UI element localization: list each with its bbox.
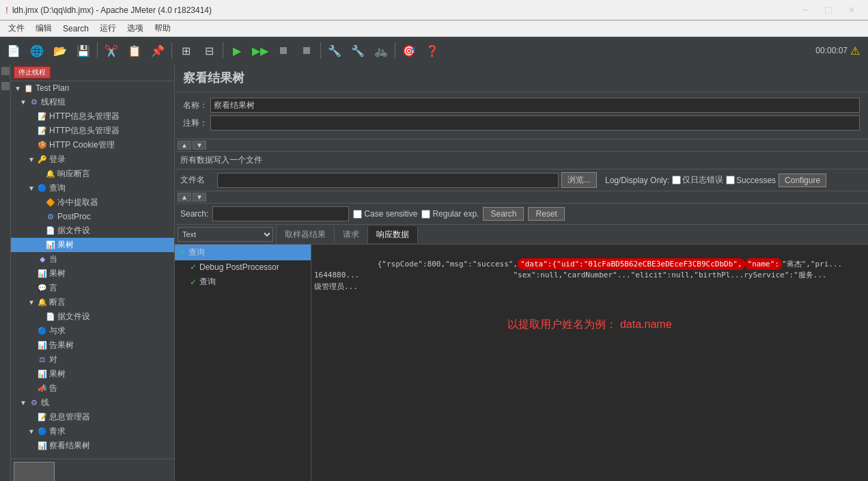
tab-sampler-result[interactable]: 取样器结果: [277, 226, 335, 243]
tree-item-query[interactable]: ▼ 🔵 查询: [11, 181, 174, 195]
tree-item-pair[interactable]: ⚖ 对: [11, 353, 174, 367]
menu-run[interactable]: 运行: [94, 21, 122, 36]
label-speech: 言: [49, 282, 57, 294]
main-layout: 停止线程 ▼ 📋 Test Plan ▼ ⚙ 线程组 📝 HTTP信息头管理器: [0, 64, 868, 481]
remote-exit-button[interactable]: 🚲: [370, 40, 392, 61]
expand-button[interactable]: ⊞: [175, 40, 197, 61]
shutdown-button[interactable]: ⏹: [296, 40, 318, 61]
arrow-threadgroup: ▼: [19, 98, 27, 106]
label-http1: HTTP信息头管理器: [49, 111, 120, 122]
response-name-value: "蒋杰","pri...: [782, 260, 842, 269]
tree-item-result4[interactable]: 📊 果树: [11, 367, 174, 381]
result-tree-query2[interactable]: ✓ 查询: [175, 274, 311, 290]
tree-item-assert[interactable]: 🔔 响应断言: [11, 167, 174, 181]
minimize-button[interactable]: −: [794, 0, 816, 21]
tree-item-threadgroup[interactable]: ▼ ⚙ 线程组: [11, 95, 174, 109]
tree-item-extractor[interactable]: 🔶 冷中提取器: [11, 195, 174, 210]
label-datafile2: 据文件设: [57, 311, 90, 322]
tree-item-cookie[interactable]: 🍪 HTTP Cookie管理: [11, 138, 174, 152]
remote-stop-button[interactable]: 🔧: [347, 40, 369, 61]
collapse-btn-down[interactable]: ▼: [193, 141, 206, 150]
tree-item-login[interactable]: ▼ 🔑 登录: [11, 152, 174, 167]
icon-login: 🔑: [37, 154, 48, 165]
case-sensitive-checkbox[interactable]: [353, 210, 362, 219]
help-button[interactable]: ❓: [421, 40, 443, 61]
menu-edit[interactable]: 编辑: [30, 21, 57, 36]
tree-item-resulttree3[interactable]: 📊 告果树: [11, 338, 174, 353]
tree-item-request[interactable]: 🔵 与求: [11, 324, 174, 338]
tree-item-report[interactable]: 📣 告: [11, 381, 174, 396]
tree-item-http2[interactable]: 📝 HTTP信息头管理器: [11, 124, 174, 138]
tree-item-when[interactable]: ◆ 当: [11, 252, 174, 266]
view-type-dropdown[interactable]: Text: [178, 227, 273, 242]
filename-input[interactable]: [217, 173, 559, 188]
log-error-checkbox[interactable]: [672, 176, 681, 184]
stop-threads-button[interactable]: 停止线程: [14, 66, 51, 79]
menu-options[interactable]: 选项: [122, 21, 149, 36]
templates-button[interactable]: 🌐: [26, 40, 48, 61]
icon-testplan: 📋: [23, 83, 34, 94]
start-button[interactable]: ▶: [226, 40, 248, 61]
maximize-button[interactable]: □: [817, 0, 839, 21]
paste-button[interactable]: 📌: [147, 40, 169, 61]
reset-button[interactable]: Reset: [528, 207, 564, 221]
arrow-testplan: ▼: [14, 85, 22, 92]
menu-search[interactable]: Search: [57, 23, 94, 35]
tree-item-speech[interactable]: 💬 言: [11, 281, 174, 295]
side-icon-1[interactable]: [1, 67, 10, 75]
icon-assert: 🔔: [45, 169, 56, 180]
tree-item-request2[interactable]: ▼ 🔵 青求: [11, 424, 174, 439]
search-input[interactable]: [212, 206, 349, 221]
result-tree-query[interactable]: ✓ 查询: [175, 245, 311, 260]
cut-button[interactable]: ✂️: [100, 40, 122, 61]
tree-item-datafile[interactable]: 📄 据文件设: [11, 223, 174, 238]
collapse-btn-up2[interactable]: ▲: [178, 193, 191, 202]
tree-item-assert2[interactable]: ▼ 🔔 断言: [11, 295, 174, 310]
menu-file[interactable]: 文件: [3, 21, 30, 36]
icon-extractor: 🔶: [45, 197, 56, 208]
response-content: {"rspCode":800,"msg":"success","data":{"…: [311, 245, 868, 481]
icon-result: 📊: [45, 240, 56, 251]
search-button[interactable]: Search: [483, 207, 524, 221]
icon-result4: 📊: [37, 369, 48, 380]
tree-item-datafile2[interactable]: 📄 据文件设: [11, 310, 174, 324]
remote-start-button[interactable]: 🔧: [324, 40, 346, 61]
browse-button[interactable]: 浏览...: [561, 172, 597, 188]
configure-button[interactable]: Configure: [779, 174, 826, 187]
close-button[interactable]: ×: [841, 0, 863, 21]
tree-item-result2[interactable]: 📊 果树: [11, 266, 174, 281]
tab-response-data[interactable]: 响应数据: [368, 226, 418, 243]
side-icon-2[interactable]: [1, 82, 10, 90]
successes-checkbox[interactable]: [726, 176, 735, 184]
tree-item-http1[interactable]: 📝 HTTP信息头管理器: [11, 109, 174, 124]
icon-http2: 📝: [37, 126, 48, 137]
tree-item-postproc[interactable]: ⚙ PostProc: [11, 210, 174, 223]
tree-item-viewresult[interactable]: 📊 察看结果树: [11, 439, 174, 453]
separator-2: [171, 42, 172, 59]
tab-request[interactable]: 请求: [335, 226, 368, 243]
tree-item-testplan[interactable]: ▼ 📋 Test Plan: [11, 81, 174, 95]
collapse-btn-up[interactable]: ▲: [178, 141, 191, 150]
save-button[interactable]: 💾: [72, 40, 94, 61]
menu-help[interactable]: 帮助: [149, 21, 176, 36]
name-input[interactable]: [210, 98, 860, 113]
menu-bar: 文件 编辑 Search 运行 选项 帮助: [0, 20, 868, 37]
regex-checkbox[interactable]: [421, 210, 430, 219]
file-and-options-row: 文件名 浏览... Log/Display Only: 仅日志错误 Succes…: [175, 169, 868, 191]
log-display-label: Log/Display Only:: [605, 176, 669, 185]
comment-input[interactable]: [210, 115, 860, 130]
tree-item-result[interactable]: 📊 果树: [11, 238, 174, 252]
copy-button[interactable]: 📋: [124, 40, 145, 61]
label-pair: 对: [49, 354, 57, 366]
function-button[interactable]: 🎯: [398, 40, 420, 61]
collapse-btn-down2[interactable]: ▼: [193, 193, 206, 202]
tree-item-httpheader2[interactable]: 📝 息息管理器: [11, 410, 174, 424]
icon-postproc: ⚙: [45, 211, 56, 222]
collapse-button[interactable]: ⊟: [198, 40, 220, 61]
stop-button[interactable]: ⏹: [272, 40, 294, 61]
start-no-pause-button[interactable]: ▶▶: [249, 40, 271, 61]
result-tree-debug[interactable]: ✓ Debug PostProcessor: [175, 260, 311, 274]
tree-item-threadgroup2[interactable]: ▼ ⚙ 线: [11, 396, 174, 410]
new-button[interactable]: 📄: [3, 40, 25, 61]
open-button[interactable]: 📂: [49, 40, 71, 61]
